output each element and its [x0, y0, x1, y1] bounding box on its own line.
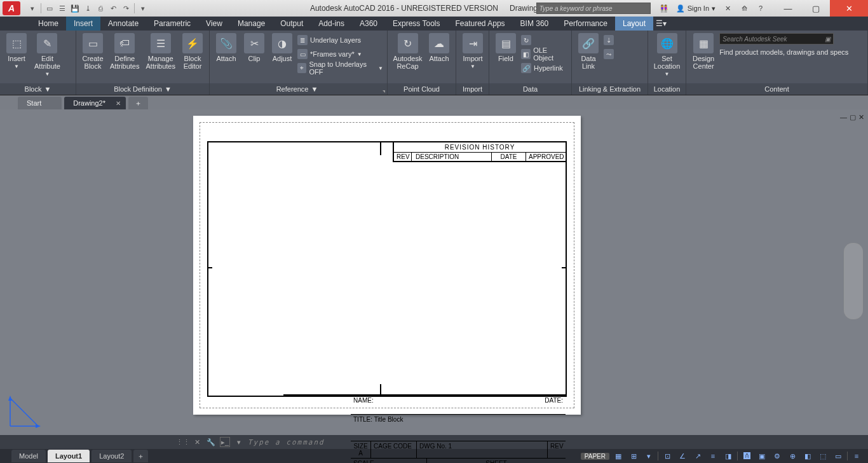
- isolate-icon[interactable]: ◧: [801, 450, 814, 462]
- new-icon[interactable]: ▭: [44, 3, 55, 14]
- minimize-button[interactable]: —: [774, 0, 802, 17]
- adjust-button[interactable]: ◑Adjust: [269, 33, 295, 62]
- customization-icon[interactable]: ≡: [850, 450, 863, 462]
- snap-icon: ⌖: [297, 63, 306, 73]
- tab-performance[interactable]: Performance: [556, 17, 615, 31]
- infocenter-icon[interactable]: 👭: [657, 3, 671, 14]
- cmd-customize-icon[interactable]: 🔧: [206, 437, 216, 447]
- underlay-layers-button[interactable]: ≣Underlay Layers: [297, 33, 383, 47]
- frames-dropdown[interactable]: ▭*Frames vary* ▼: [297, 47, 383, 61]
- tab-extra-icon[interactable]: ☰▾: [653, 17, 668, 31]
- frames-icon: ▭: [297, 49, 308, 59]
- close-button[interactable]: ✕: [830, 0, 868, 17]
- tab-featured[interactable]: Featured Apps: [448, 17, 513, 31]
- file-tab-new[interactable]: ＋: [128, 97, 148, 109]
- snap-underlays-dropdown[interactable]: ⌖Snap to Underlays OFF ▼: [297, 61, 383, 75]
- paper-model-toggle[interactable]: PAPER: [581, 453, 609, 460]
- tab-a360[interactable]: A360: [352, 17, 385, 31]
- ortho-icon[interactable]: ▾: [642, 450, 655, 462]
- hyperlink-button[interactable]: 🔗Hyperlink: [521, 61, 567, 75]
- viewport-maximize-icon[interactable]: ▢: [850, 113, 856, 121]
- extract-data-button[interactable]: ⤳: [604, 47, 614, 61]
- seek-go-icon[interactable]: ▣: [825, 36, 831, 43]
- insert-button[interactable]: ⬚Insert▼: [4, 33, 29, 69]
- stayconnected-icon[interactable]: ⟰: [737, 3, 751, 14]
- layout-tab-add[interactable]: ＋: [133, 450, 148, 462]
- polar-icon[interactable]: ∠: [676, 450, 689, 462]
- qat-menu-icon[interactable]: ▾: [27, 3, 38, 14]
- pc-attach-button[interactable]: ☁Attach: [426, 33, 452, 62]
- qat-expand-icon[interactable]: ▾: [137, 3, 149, 14]
- layout-tab-model[interactable]: Model: [11, 450, 46, 462]
- edit-attribute-button[interactable]: ✎Edit Attribute▼: [32, 33, 63, 77]
- grid-icon[interactable]: ▦: [612, 450, 625, 462]
- help-search-input[interactable]: Type a keyword or phrase: [536, 3, 651, 14]
- tab-express[interactable]: Express Tools: [385, 17, 447, 31]
- hardware-accel-icon[interactable]: ⬚: [817, 450, 829, 462]
- tab-bim360[interactable]: BIM 360: [513, 17, 557, 31]
- file-tab-start[interactable]: Start: [18, 97, 62, 109]
- signin-button[interactable]: 👤 Sign In ▾: [672, 4, 719, 13]
- ribbon: ⬚Insert▼ ✎Edit Attribute▼ Block ▼ ▭Creat…: [0, 31, 868, 95]
- autodesk-seek-search[interactable]: Search Autodesk Seek▣: [719, 33, 834, 45]
- field-button[interactable]: ▤Field: [493, 33, 519, 62]
- workspace-switch-icon[interactable]: ⚙: [771, 450, 783, 462]
- manage-attributes-button[interactable]: ☰Manage Attributes: [144, 33, 178, 70]
- help-icon[interactable]: ?: [754, 3, 768, 14]
- update-fields-button[interactable]: ↻: [521, 33, 567, 47]
- annotation-monitor-icon[interactable]: ⊕: [786, 450, 799, 462]
- tab-insert[interactable]: Insert: [66, 17, 100, 31]
- layout-tab-layout2[interactable]: Layout2: [92, 450, 132, 462]
- tab-output[interactable]: Output: [273, 17, 311, 31]
- ucs-icon[interactable]: [5, 393, 43, 431]
- saveas-icon[interactable]: ⤓: [82, 3, 93, 14]
- tab-annotate[interactable]: Annotate: [100, 17, 146, 31]
- cmd-handle-icon[interactable]: ⋮⋮: [178, 437, 188, 447]
- exchange-icon[interactable]: ✕: [721, 3, 735, 14]
- annotation-scale-icon[interactable]: 🅰: [740, 450, 753, 462]
- ole-object-button[interactable]: ◧OLE Object: [521, 47, 567, 61]
- cmd-close-icon[interactable]: ✕: [192, 437, 202, 447]
- download-link-button[interactable]: ⇣: [604, 33, 614, 47]
- open-icon[interactable]: ☰: [57, 3, 68, 14]
- set-location-button[interactable]: 🌐Set Location▼: [652, 33, 682, 77]
- tab-addins[interactable]: Add-ins: [311, 17, 352, 31]
- otrack-icon[interactable]: ↗: [691, 450, 704, 462]
- clean-screen-icon[interactable]: ▭: [832, 450, 844, 462]
- command-input[interactable]: Type a command: [248, 438, 325, 446]
- file-tab-drawing2[interactable]: Drawing2*✕: [64, 97, 126, 109]
- close-tab-icon[interactable]: ✕: [116, 100, 121, 107]
- drawing-area[interactable]: — ▢ ✕ REVISION HISTORY REV DESCRIPTION D…: [0, 109, 868, 435]
- tab-view[interactable]: View: [198, 17, 230, 31]
- viewport-close-icon[interactable]: ✕: [858, 113, 864, 121]
- save-icon[interactable]: 💾: [69, 3, 81, 14]
- navigation-bar[interactable]: [844, 243, 863, 319]
- define-attributes-button[interactable]: 🏷Define Attributes: [108, 33, 142, 70]
- tab-manage[interactable]: Manage: [230, 17, 273, 31]
- viewport-minimize-icon[interactable]: —: [840, 113, 847, 121]
- maximize-button[interactable]: ▢: [802, 0, 830, 17]
- undo-icon[interactable]: ↶: [107, 3, 119, 14]
- tab-layout[interactable]: Layout: [615, 17, 653, 31]
- transparency-icon[interactable]: ◨: [722, 450, 735, 462]
- print-icon[interactable]: ⎙: [95, 3, 106, 14]
- app-title: Autodesk AutoCAD 2016 - UNREGISTERED VER…: [310, 4, 498, 13]
- snap-mode-icon[interactable]: ⊞: [627, 450, 640, 462]
- app-logo[interactable]: A: [3, 1, 20, 15]
- osnap-icon[interactable]: ⊡: [661, 450, 674, 462]
- block-editor-button[interactable]: ⚡Block Editor: [180, 33, 205, 70]
- create-block-button[interactable]: ▭Create Block: [80, 33, 105, 70]
- import-button[interactable]: ⇥Import▼: [460, 33, 485, 69]
- lineweight-icon[interactable]: ≡: [707, 450, 719, 462]
- download-icon: ⇣: [604, 35, 614, 45]
- tab-parametric[interactable]: Parametric: [146, 17, 198, 31]
- tab-home[interactable]: Home: [31, 17, 66, 31]
- maximize-viewport-icon[interactable]: ▣: [756, 450, 768, 462]
- design-center-button[interactable]: ▦Design Center: [690, 33, 717, 70]
- data-link-button[interactable]: 🔗Data Link: [576, 33, 601, 70]
- attach-button[interactable]: 📎Attach: [214, 33, 239, 62]
- layout-tab-layout1[interactable]: Layout1: [48, 450, 90, 462]
- redo-icon[interactable]: ↷: [120, 3, 132, 14]
- recap-button[interactable]: ↻Autodesk ReCap: [391, 33, 424, 70]
- clip-button[interactable]: ✂Clip: [241, 33, 267, 62]
